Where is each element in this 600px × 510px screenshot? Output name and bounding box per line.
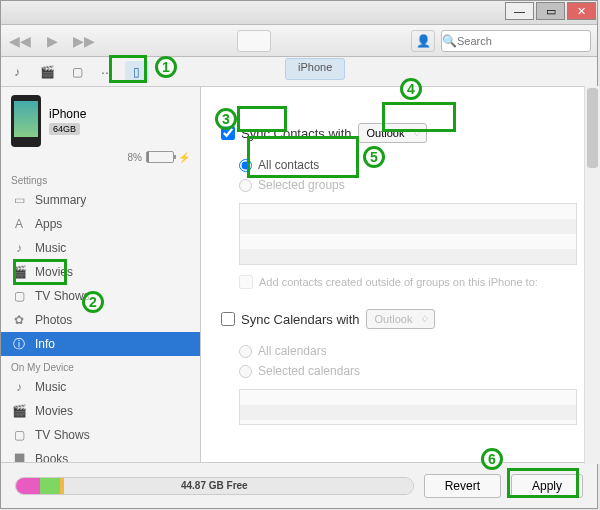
- hl-2: [13, 259, 67, 285]
- tv-library-tab[interactable]: ▢: [65, 61, 89, 83]
- row-icon: ♪: [11, 380, 27, 394]
- account-button[interactable]: 👤: [411, 30, 435, 52]
- itunes-window: — ▭ ✕ ◀◀ ▶ ▶▶ 👤 🔍 ♪ 🎬 ▢ ∙∙∙ ▯ iPhone iPh: [0, 0, 598, 509]
- sync-calendars-label: Sync Calendars with: [241, 312, 360, 327]
- num-3: 3: [215, 108, 237, 130]
- sidebar-item-books[interactable]: ▇Books: [1, 447, 200, 462]
- sidebar-item-label: TV Shows: [35, 428, 90, 442]
- prev-track-button[interactable]: ◀◀: [7, 30, 33, 52]
- next-track-button[interactable]: ▶▶: [71, 30, 97, 52]
- movies-library-tab[interactable]: 🎬: [35, 61, 59, 83]
- sidebar-item-photos[interactable]: ✿Photos: [1, 308, 200, 332]
- selected-groups-row[interactable]: Selected groups: [239, 175, 577, 195]
- sidebar-item-info[interactable]: ⓘInfo: [1, 332, 200, 356]
- row-icon: ♪: [11, 241, 27, 255]
- calendars-app-dropdown[interactable]: Outlook: [366, 309, 436, 329]
- sidebar-item-label: Photos: [35, 313, 72, 327]
- sidebar-item-apps[interactable]: AApps: [1, 212, 200, 236]
- contacts-groups-listbox[interactable]: [239, 203, 577, 265]
- storage-free-label: 44.87 GB Free: [16, 478, 413, 494]
- num-2: 2: [82, 291, 104, 313]
- sidebar-item-label: Apps: [35, 217, 62, 231]
- sync-calendars-row: Sync Calendars with Outlook: [221, 309, 577, 329]
- sidebar-item-label: Music: [35, 241, 66, 255]
- search-field[interactable]: 🔍: [441, 30, 591, 52]
- search-icon: 🔍: [442, 34, 457, 48]
- lightning-icon: ⚡: [178, 152, 190, 163]
- row-icon: ⓘ: [11, 336, 27, 353]
- num-5: 5: [363, 146, 385, 168]
- hl-6: [507, 468, 579, 498]
- sidebar-item-label: Books: [35, 452, 68, 462]
- device-name-label: iPhone: [49, 107, 86, 121]
- device-header: iPhone 64GB: [1, 87, 200, 151]
- selected-calendars-row: Selected calendars: [239, 361, 577, 381]
- play-button[interactable]: ▶: [39, 30, 65, 52]
- search-input[interactable]: [457, 35, 595, 47]
- titlebar: — ▭ ✕: [1, 1, 597, 25]
- hl-1: [109, 55, 147, 83]
- hl-3: [237, 106, 287, 132]
- minimize-button[interactable]: —: [505, 2, 534, 20]
- add-outside-checkbox[interactable]: [239, 275, 253, 289]
- vertical-scrollbar[interactable]: [584, 86, 600, 464]
- sidebar-item-label: Music: [35, 380, 66, 394]
- close-button[interactable]: ✕: [567, 2, 596, 20]
- num-1: 1: [155, 56, 177, 78]
- row-icon: ▢: [11, 289, 27, 303]
- toolbar: ◀◀ ▶ ▶▶ 👤 🔍: [1, 25, 597, 57]
- device-thumbnail: [11, 95, 41, 147]
- row-icon: 🎬: [11, 404, 27, 418]
- add-outside-contacts-row: Add contacts created outside of groups o…: [221, 271, 577, 303]
- sidebar-item-music[interactable]: ♪Music: [1, 236, 200, 260]
- sidebar-item-label: Info: [35, 337, 55, 351]
- apple-logo: [237, 30, 271, 52]
- selected-calendars-radio: [239, 365, 252, 378]
- num-6: 6: [481, 448, 503, 470]
- device-name-pill[interactable]: iPhone: [285, 58, 345, 80]
- hl-5: [247, 136, 359, 178]
- scrollbar-thumb[interactable]: [587, 88, 598, 168]
- battery-icon: [146, 151, 174, 163]
- row-icon: ✿: [11, 313, 27, 327]
- sidebar-item-movies[interactable]: 🎬Movies: [1, 399, 200, 423]
- sidebar-item-summary[interactable]: ▭Summary: [1, 188, 200, 212]
- calendars-listbox: [239, 389, 577, 425]
- battery-percent-label: 8%: [128, 152, 142, 163]
- sidebar-settings-header: Settings: [1, 169, 200, 188]
- selected-groups-label: Selected groups: [258, 178, 345, 192]
- selected-calendars-label: Selected calendars: [258, 364, 360, 378]
- add-outside-label: Add contacts created outside of groups o…: [259, 276, 538, 288]
- music-library-tab[interactable]: ♪: [5, 61, 29, 83]
- sync-calendars-checkbox[interactable]: [221, 312, 235, 326]
- row-icon: ▭: [11, 193, 27, 207]
- battery-row: 8% ⚡: [1, 151, 200, 169]
- device-capacity-label: 64GB: [49, 123, 80, 135]
- row-icon: ▢: [11, 428, 27, 442]
- maximize-button[interactable]: ▭: [536, 2, 565, 20]
- revert-button[interactable]: Revert: [424, 474, 501, 498]
- row-icon: ▇: [11, 452, 27, 462]
- selected-groups-radio[interactable]: [239, 179, 252, 192]
- sidebar-ondevice-header: On My Device: [1, 356, 200, 375]
- all-calendars-row: All calendars: [239, 341, 577, 361]
- sidebar-item-music[interactable]: ♪Music: [1, 375, 200, 399]
- sidebar-item-label: Movies: [35, 404, 73, 418]
- hl-4: [382, 102, 456, 132]
- sidebar-item-tv-shows[interactable]: ▢TV Shows: [1, 423, 200, 447]
- sidebar-item-label: Summary: [35, 193, 86, 207]
- num-4: 4: [400, 78, 422, 100]
- all-calendars-radio: [239, 345, 252, 358]
- row-icon: A: [11, 217, 27, 231]
- all-calendars-label: All calendars: [258, 344, 327, 358]
- storage-bar: 44.87 GB Free: [15, 477, 414, 495]
